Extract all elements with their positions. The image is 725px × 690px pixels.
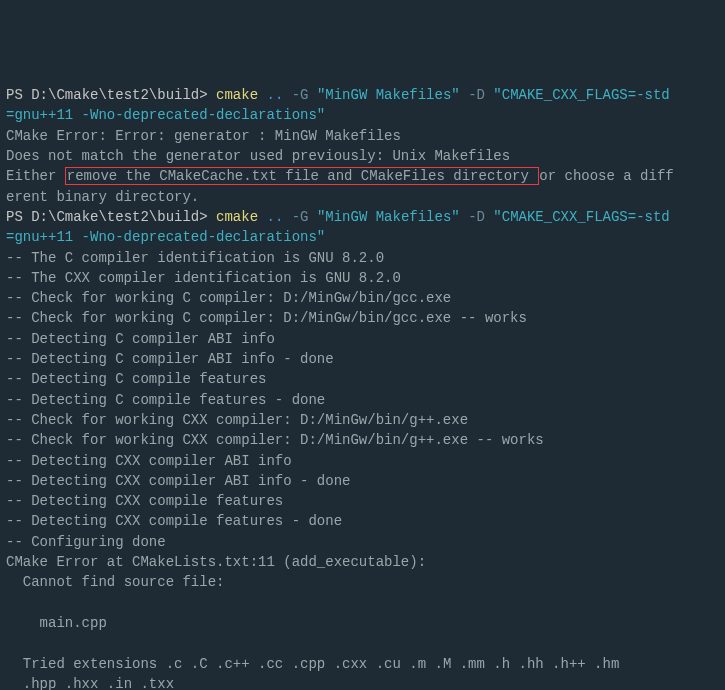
path-arg: ..: [266, 87, 283, 103]
ps-prefix: PS: [6, 209, 31, 225]
error-generator-line1: CMake Error: Error: generator : MinGW Ma…: [6, 126, 719, 146]
output-line: -- Detecting C compile features - done: [6, 390, 719, 410]
output-line: -- Detecting C compile features: [6, 369, 719, 389]
error-extensions-line1: Tried extensions .c .C .c++ .cc .cpp .cx…: [6, 654, 719, 674]
prompt-line-2: PS D:\Cmake\test2\build> cmake .. -G "Mi…: [6, 207, 719, 227]
error-generator-line3: Either remove the CMakeCache.txt file an…: [6, 166, 719, 186]
error-text-after: or choose a diff: [539, 168, 673, 184]
output-line: -- Check for working C compiler: D:/MinG…: [6, 288, 719, 308]
generator-value: "MinGW Makefiles": [317, 87, 460, 103]
cxx-flags-part2: =gnu++11 -Wno-deprecated-declarations": [6, 227, 719, 247]
command-name: cmake: [216, 87, 266, 103]
command-name: cmake: [216, 209, 266, 225]
cxx-flags-part2: =gnu++11 -Wno-deprecated-declarations": [6, 105, 719, 125]
path-arg: ..: [266, 209, 283, 225]
cxx-flags-part1: "CMAKE_CXX_FLAGS=-std: [493, 87, 669, 103]
prompt-path: D:\Cmake\test2\build>: [31, 209, 216, 225]
output-line: -- Detecting CXX compiler ABI info: [6, 451, 719, 471]
ps-prefix: PS: [6, 87, 31, 103]
error-extensions-line2: .hpp .hxx .in .txx: [6, 674, 719, 690]
error-text-before: Either: [6, 168, 65, 184]
flag-g: -G: [283, 209, 317, 225]
output-line: -- Check for working CXX compiler: D:/Mi…: [6, 430, 719, 450]
error-generator-line4: erent binary directory.: [6, 187, 719, 207]
flag-d: -D: [460, 87, 494, 103]
output-line: -- Detecting CXX compiler ABI info - don…: [6, 471, 719, 491]
blank-line: [6, 633, 719, 653]
cxx-flags-part1: "CMAKE_CXX_FLAGS=-std: [493, 209, 669, 225]
error-source-file: main.cpp: [6, 613, 719, 633]
prompt-line-1: PS D:\Cmake\test2\build> cmake .. -G "Mi…: [6, 85, 719, 105]
output-line: -- Check for working CXX compiler: D:/Mi…: [6, 410, 719, 430]
output-line: -- Detecting CXX compile features: [6, 491, 719, 511]
error-generator-line2: Does not match the generator used previo…: [6, 146, 719, 166]
output-line: -- Detecting CXX compile features - done: [6, 511, 719, 531]
output-line: -- Detecting C compiler ABI info: [6, 329, 719, 349]
output-line: -- Configuring done: [6, 532, 719, 552]
blank-line: [6, 593, 719, 613]
prompt-path: D:\Cmake\test2\build>: [31, 87, 216, 103]
error-source-line2: Cannot find source file:: [6, 572, 719, 592]
output-line: -- Detecting C compiler ABI info - done: [6, 349, 719, 369]
flag-d: -D: [460, 209, 494, 225]
output-line: -- The C compiler identification is GNU …: [6, 248, 719, 268]
generator-value: "MinGW Makefiles": [317, 209, 460, 225]
error-source-line1: CMake Error at CMakeLists.txt:11 (add_ex…: [6, 552, 719, 572]
highlighted-instruction: remove the CMakeCache.txt file and CMake…: [65, 167, 539, 185]
output-line: -- The CXX compiler identification is GN…: [6, 268, 719, 288]
flag-g: -G: [283, 87, 317, 103]
output-line: -- Check for working C compiler: D:/MinG…: [6, 308, 719, 328]
